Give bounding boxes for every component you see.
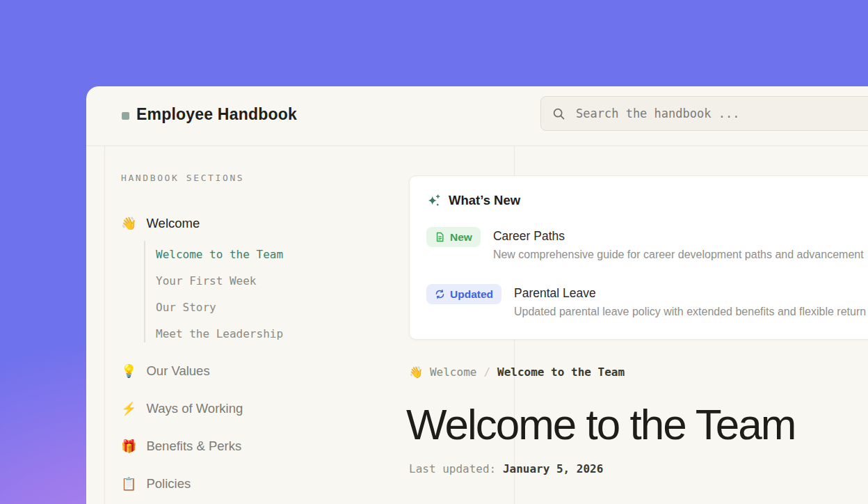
app-title: Employee Handbook [136, 105, 297, 124]
whats-new-title: What’s New [449, 193, 520, 208]
lightning-icon: ⚡ [121, 402, 136, 415]
breadcrumb: 👋 Welcome / Welcome to the Team [409, 365, 625, 379]
page-title: Welcome to the Team [406, 403, 795, 446]
whats-new-panel: What’s New New Career Paths New comprehe… [409, 175, 868, 340]
news-item-description: New comprehensive guide for career devel… [493, 249, 864, 261]
breadcrumb-section-link[interactable]: Welcome [430, 365, 476, 379]
sidebar-item-ways-of-working[interactable]: ⚡ Ways of Working [121, 401, 243, 416]
sidebar-item-label: Ways of Working [146, 401, 243, 416]
sidebar-item-welcome[interactable]: 👋 Welcome [121, 216, 200, 231]
last-updated-label: Last updated: [409, 462, 496, 475]
refresh-icon [435, 289, 445, 299]
app-logo-icon [122, 112, 129, 120]
top-bar: Employee Handbook [86, 86, 868, 146]
document-icon [435, 232, 445, 242]
sidebar-subitem-welcome-to-the-team[interactable]: Welcome to the Team [156, 248, 283, 261]
last-updated: Last updated: January 5, 2026 [409, 462, 603, 475]
sparkles-icon [426, 194, 441, 208]
sidebar-item-label: Welcome [146, 216, 200, 231]
sidebar-subitem-meet-the-leadership[interactable]: Meet the Leadership [156, 327, 283, 340]
sidebar-item-our-values[interactable]: 💡 Our Values [121, 363, 210, 379]
breadcrumb-current: Welcome to the Team [497, 365, 625, 379]
news-item-description: Updated parental leave policy with exten… [514, 306, 866, 318]
whats-new-item-parental-leave[interactable]: Updated Parental Leave Updated parental … [426, 284, 866, 318]
sidebar-left-rail [104, 145, 105, 504]
new-badge: New [426, 227, 481, 247]
sidebar-item-label: Policies [146, 476, 191, 491]
wave-icon: 👋 [409, 365, 423, 379]
wave-icon: 👋 [121, 217, 136, 230]
gift-icon: 🎁 [121, 440, 136, 452]
whats-new-item-career-paths[interactable]: New Career Paths New comprehensive guide… [426, 227, 864, 261]
clipboard-icon: 📋 [121, 478, 136, 490]
news-item-title: Parental Leave [514, 286, 866, 301]
news-item-title: Career Paths [493, 229, 864, 244]
sidebar-item-policies[interactable]: 📋 Policies [121, 476, 191, 491]
sidebar-subsection-line [144, 241, 145, 342]
lightbulb-icon: 💡 [121, 365, 136, 377]
sidebar-item-label: Benefits & Perks [146, 439, 241, 454]
breadcrumb-separator: / [483, 365, 490, 379]
updated-badge: Updated [426, 284, 501, 304]
sidebar-item-benefits-perks[interactable]: 🎁 Benefits & Perks [121, 439, 241, 454]
sidebar-heading: HANDBOOK SECTIONS [121, 173, 244, 183]
sidebar-item-label: Our Values [146, 363, 209, 379]
search-input[interactable] [574, 106, 868, 121]
last-updated-value: January 5, 2026 [503, 462, 604, 475]
sidebar-subitem-your-first-week[interactable]: Your First Week [156, 274, 257, 288]
app-window: Employee Handbook HANDBOOK SECTIONS 👋 We… [86, 86, 868, 504]
search-box[interactable] [540, 96, 868, 131]
search-icon [552, 107, 565, 120]
sidebar-subitem-our-story[interactable]: Our Story [156, 301, 216, 314]
